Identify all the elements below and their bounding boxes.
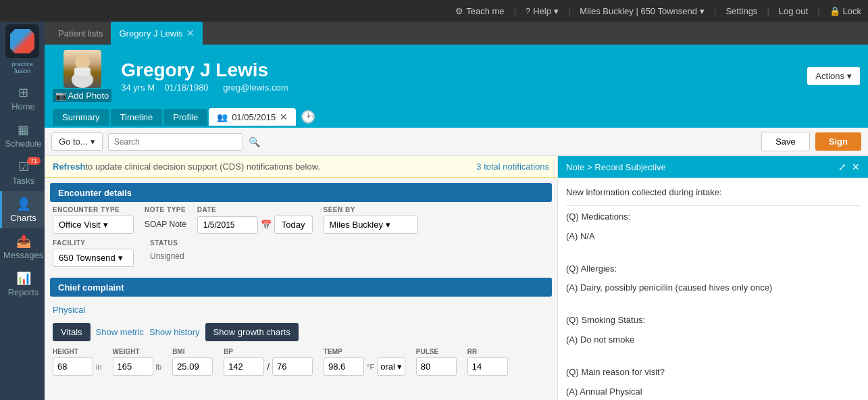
sidebar: practicefusion ⊞ Home ▦ Schedule ☑ 71 Ta… — [0, 22, 45, 400]
show-history-link[interactable]: Show history — [149, 327, 199, 337]
temp-mode-select[interactable]: oral ▾ — [377, 357, 405, 376]
app-layout: practicefusion ⊞ Home ▦ Schedule ☑ 71 Ta… — [0, 22, 868, 400]
facility-select[interactable]: 650 Townsend ▾ — [53, 249, 134, 267]
temp-input[interactable] — [324, 357, 364, 376]
sidebar-item-home[interactable]: ⊞ Home — [0, 80, 45, 117]
weight-field: WEIGHT lb — [113, 348, 162, 376]
search-button[interactable]: 🔍 — [249, 136, 260, 147]
toolbar-row: Go to... ▾ 🔍 Save Sign — [45, 128, 868, 156]
height-field: HEIGHT in — [53, 348, 102, 376]
close-encounter-tab-icon[interactable]: ✕ — [280, 111, 288, 122]
patient-active-tab[interactable]: Gregory J Lewis ✕ — [111, 22, 203, 45]
patient-tabs-bar: Patient lists Gregory J Lewis ✕ — [45, 22, 868, 45]
brand-label: practicefusion — [11, 61, 33, 74]
patient-info-row: 📷 Add Photo Gregory J Lewis 34 yrs M 01/… — [53, 50, 860, 106]
rr-field: RR — [467, 348, 508, 376]
calendar-icon[interactable]: 📅 — [261, 220, 272, 230]
chief-complaint-header: Chief complaint — [50, 278, 552, 297]
physical-link[interactable]: Physical — [45, 301, 557, 319]
settings-btn[interactable]: Settings — [725, 6, 757, 16]
note-item-0: (Q) Medications: (A) N/A — [566, 210, 860, 244]
note-header-icons: ⤢ ✕ — [838, 161, 860, 172]
height-input[interactable] — [53, 357, 93, 376]
add-photo-label[interactable]: 📷 Add Photo — [53, 89, 111, 102]
temp-chevron-icon: ▾ — [397, 361, 402, 372]
vitals-tab-button[interactable]: Vitals — [53, 323, 91, 341]
patient-name: Gregory J Lewis — [121, 59, 798, 81]
status-group: STATUS Unsigned — [150, 239, 184, 267]
patient-lists-tab[interactable]: Patient lists — [50, 22, 111, 45]
status-value: Unsigned — [150, 249, 184, 261]
note-divider — [566, 205, 860, 206]
sidebar-item-tasks[interactable]: ☑ 71 Tasks — [0, 154, 45, 191]
bp-field: BP / — [224, 348, 313, 376]
show-metric-link[interactable]: Show metric — [96, 327, 145, 337]
bp-systolic-input[interactable] — [224, 357, 264, 376]
save-button[interactable]: Save — [761, 132, 810, 151]
rr-input[interactable] — [467, 357, 508, 376]
actions-button[interactable]: Actions ▾ — [807, 67, 860, 85]
svg-point-0 — [75, 55, 90, 70]
avatar-svg — [63, 50, 101, 88]
close-patient-tab-icon[interactable]: ✕ — [186, 28, 195, 39]
tab-timeline[interactable]: Timeline — [111, 109, 163, 126]
note-title: Note > Record Subjective — [566, 162, 666, 172]
camera-icon: 📷 — [55, 91, 66, 101]
patient-avatar — [63, 50, 101, 88]
lock-btn[interactable]: 🔒 Lock — [829, 6, 861, 16]
status-label: STATUS — [150, 239, 184, 247]
history-icon-btn[interactable]: 🕑 — [297, 106, 319, 128]
note-body: New information collected during intake:… — [558, 178, 868, 400]
patient-name-block: Gregory J Lewis 34 yrs M 01/18/1980 greg… — [121, 59, 798, 93]
vitals-bar: Vitals Show metric Show history Show gro… — [45, 319, 557, 345]
messages-icon: 📤 — [16, 234, 31, 249]
tab-profile[interactable]: Profile — [163, 109, 207, 126]
tab-encounter[interactable]: 👥 01/05/2015 ✕ — [209, 108, 296, 126]
user-location-btn[interactable]: Miles Buckley | 650 Townsend ▾ — [580, 6, 705, 16]
note-item-1: (Q) Allergies: (A) Dairy, possibly penic… — [566, 262, 860, 296]
left-panel: Refresh to update clinical decision supp… — [45, 156, 557, 400]
notification-count[interactable]: 3 total notifications — [476, 161, 549, 172]
date-input[interactable] — [197, 216, 258, 234]
help-btn[interactable]: ? Help ▾ — [526, 6, 559, 16]
pulse-input[interactable] — [416, 357, 457, 376]
sidebar-item-schedule[interactable]: ▦ Schedule — [0, 117, 45, 154]
note-type-group: NOTE TYPE SOAP Note — [145, 206, 186, 234]
expand-icon[interactable]: ⤢ — [838, 161, 846, 172]
logo-icon — [10, 29, 34, 53]
note-item-2: (Q) Smoking Status: (A) Do not smoke — [566, 314, 860, 347]
sidebar-item-charts[interactable]: 👤 Charts — [0, 191, 45, 228]
right-panel: Note > Record Subjective ⤢ ✕ New informa… — [557, 156, 868, 400]
bp-diastolic-input[interactable] — [272, 357, 313, 376]
note-intro: New information collected during intake: — [566, 186, 860, 200]
refresh-link[interactable]: Refresh — [53, 161, 85, 172]
seen-by-group: SEEN BY Miles Buckley ▾ — [324, 206, 418, 234]
search-input[interactable] — [108, 133, 243, 151]
encounter-type-select[interactable]: Office Visit ▾ — [53, 216, 134, 234]
reports-icon: 📊 — [16, 271, 31, 286]
sidebar-item-messages[interactable]: 📤 Messages — [0, 228, 45, 266]
note-type-label: NOTE TYPE — [145, 206, 186, 214]
app-logo[interactable] — [5, 24, 39, 58]
pulse-field: PULSE — [416, 348, 457, 376]
bmi-input[interactable] — [172, 357, 213, 376]
patient-meta: 34 yrs M 01/18/1980 greg@lewis.com — [121, 82, 798, 93]
goto-button[interactable]: Go to... ▾ — [51, 132, 103, 151]
seen-by-chevron-icon: ▾ — [386, 220, 390, 230]
content-area: Patient lists Gregory J Lewis ✕ — [45, 22, 868, 400]
today-button[interactable]: Today — [274, 216, 313, 234]
sign-button[interactable]: Sign — [815, 132, 861, 151]
close-note-icon[interactable]: ✕ — [852, 161, 860, 172]
help-chevron-icon: ▾ — [554, 6, 559, 16]
schedule-icon: ▦ — [18, 122, 29, 137]
weight-input[interactable] — [113, 357, 153, 376]
encounter-person-icon: 👥 — [217, 112, 228, 122]
patient-nav-tabs: Summary Timeline Profile 👥 01/05/2015 ✕ … — [53, 106, 860, 128]
sidebar-item-reports[interactable]: 📊 Reports — [0, 266, 45, 303]
logout-btn[interactable]: Log out — [779, 6, 808, 16]
show-growth-charts-button[interactable]: Show growth charts — [205, 323, 299, 341]
facility-group: FACILITY 650 Townsend ▾ — [53, 239, 134, 267]
seen-by-select[interactable]: Miles Buckley ▾ — [324, 216, 418, 234]
teach-me-btn[interactable]: ⚙ Teach me — [455, 6, 504, 16]
tab-summary[interactable]: Summary — [53, 109, 109, 126]
